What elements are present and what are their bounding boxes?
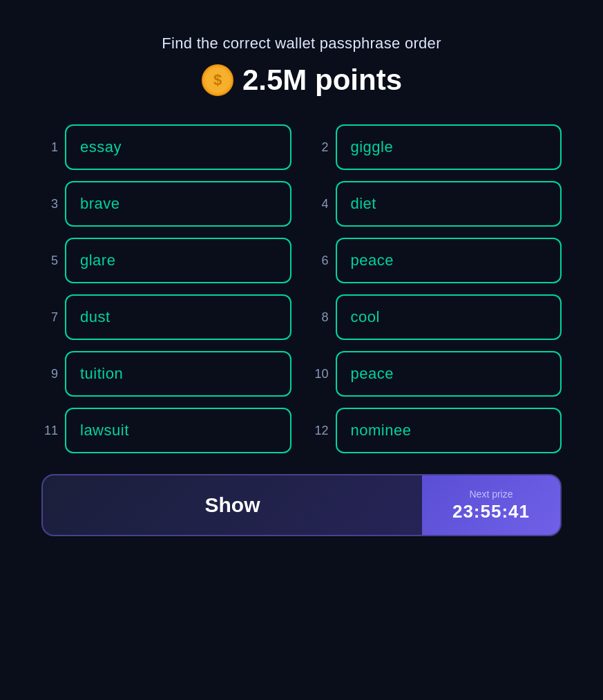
- word-box[interactable]: giggle: [336, 124, 562, 170]
- word-item[interactable]: 8cool: [312, 294, 562, 340]
- word-box[interactable]: peace: [336, 238, 562, 283]
- word-item[interactable]: 5glare: [41, 238, 291, 283]
- word-item[interactable]: 4diet: [312, 181, 562, 227]
- word-number: 11: [41, 424, 58, 438]
- word-box[interactable]: peace: [336, 351, 562, 397]
- show-label: Show: [205, 493, 260, 517]
- main-container: Find the correct wallet passphrase order…: [14, 14, 589, 700]
- word-number: 9: [41, 367, 58, 381]
- word-number: 8: [312, 310, 329, 325]
- word-number: 2: [312, 140, 329, 155]
- bottom-button[interactable]: Show Next prize 23:55:41: [41, 474, 562, 536]
- word-number: 3: [41, 197, 58, 211]
- word-number: 5: [41, 254, 58, 268]
- word-box[interactable]: lawsuit: [65, 408, 291, 453]
- points-text: 2.5M points: [242, 64, 402, 97]
- word-item[interactable]: 6peace: [312, 238, 562, 283]
- word-number: 7: [41, 310, 58, 325]
- points-row: $ 2.5M points: [201, 64, 402, 97]
- show-button[interactable]: Show: [43, 475, 422, 535]
- word-number: 12: [312, 424, 329, 438]
- countdown-timer: 23:55:41: [452, 501, 530, 522]
- next-prize-section: Next prize 23:55:41: [422, 475, 560, 535]
- word-number: 1: [41, 140, 58, 155]
- word-item[interactable]: 7dust: [41, 294, 291, 340]
- next-prize-label: Next prize: [469, 489, 513, 500]
- word-number: 4: [312, 197, 329, 211]
- word-item[interactable]: 1essay: [41, 124, 291, 170]
- coin-icon: $: [201, 64, 234, 97]
- words-grid: 1essay2giggle3brave4diet5glare6peace7dus…: [41, 124, 562, 453]
- word-box[interactable]: cool: [336, 294, 562, 340]
- word-item[interactable]: 10peace: [312, 351, 562, 397]
- svg-text:$: $: [213, 71, 222, 88]
- page-title: Find the correct wallet passphrase order: [162, 35, 441, 53]
- word-item[interactable]: 11lawsuit: [41, 408, 291, 453]
- word-box[interactable]: dust: [65, 294, 291, 340]
- word-number: 6: [312, 254, 329, 268]
- word-item[interactable]: 2giggle: [312, 124, 562, 170]
- word-box[interactable]: glare: [65, 238, 291, 283]
- word-item[interactable]: 9tuition: [41, 351, 291, 397]
- word-number: 10: [312, 367, 329, 381]
- word-box[interactable]: tuition: [65, 351, 291, 397]
- word-box[interactable]: brave: [65, 181, 291, 227]
- word-item[interactable]: 3brave: [41, 181, 291, 227]
- word-box[interactable]: essay: [65, 124, 291, 170]
- word-box[interactable]: nominee: [336, 408, 562, 453]
- word-item[interactable]: 12nominee: [312, 408, 562, 453]
- word-box[interactable]: diet: [336, 181, 562, 227]
